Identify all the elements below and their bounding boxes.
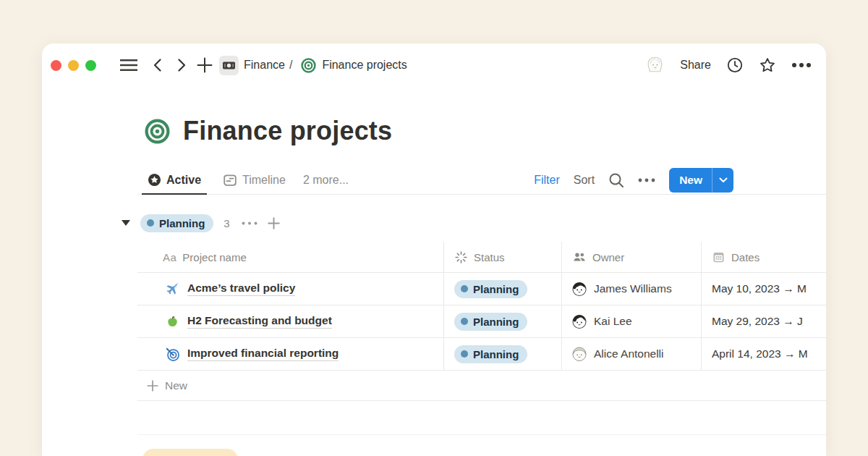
breadcrumb-workspace-icon-wrap[interactable] xyxy=(219,56,239,75)
avatar-kai-lee xyxy=(571,313,587,329)
tab-active[interactable]: Active xyxy=(142,166,207,195)
status-label: Planning xyxy=(473,316,519,328)
target-icon[interactable] xyxy=(145,119,170,144)
back-button[interactable] xyxy=(152,58,163,72)
target-dart-icon xyxy=(165,347,180,362)
search-button[interactable] xyxy=(608,172,624,188)
breadcrumb-workspace[interactable]: Finance xyxy=(244,59,285,72)
owner-name: James Williams xyxy=(594,282,672,295)
status-pill: Planning xyxy=(454,345,527,363)
target-icon xyxy=(301,58,316,73)
chevron-down-icon xyxy=(719,177,728,183)
avatar-james-williams xyxy=(571,281,587,297)
minimize-window-button[interactable] xyxy=(68,60,79,71)
zoom-window-button[interactable] xyxy=(85,60,96,71)
column-label: Project name xyxy=(182,251,246,263)
new-page-button[interactable] xyxy=(197,57,213,73)
group-options-button[interactable] xyxy=(242,221,258,225)
sort-button[interactable]: Sort xyxy=(574,174,595,187)
owner-cell[interactable]: Kai Lee xyxy=(562,305,702,337)
tab-more-views[interactable]: 2 more... xyxy=(297,166,354,195)
sidebar-menu-button[interactable] xyxy=(119,59,138,72)
column-header-owner[interactable]: Owner xyxy=(562,242,702,272)
ellipsis-icon xyxy=(638,178,655,182)
status-burst-icon xyxy=(454,250,468,264)
breadcrumb-page-icon-wrap[interactable] xyxy=(301,58,316,73)
dates-cell[interactable]: May 29, 2023 → J xyxy=(702,305,826,337)
timeline-icon xyxy=(223,173,237,187)
status-pill: Planning xyxy=(454,313,527,331)
ellipsis-icon xyxy=(791,62,812,68)
updates-button[interactable] xyxy=(726,56,744,74)
chevron-right-icon xyxy=(176,58,187,72)
column-label: Dates xyxy=(731,251,760,263)
table-header-row: Aa Project name Status xyxy=(137,242,826,273)
column-header-dates[interactable]: Dates xyxy=(702,242,826,272)
user-avatar[interactable] xyxy=(645,56,665,75)
share-button[interactable]: Share xyxy=(680,59,711,72)
new-button-group: New xyxy=(669,168,733,193)
project-name[interactable]: H2 Forecasting and budget xyxy=(187,314,332,329)
project-name-cell[interactable]: Improved financial reporting xyxy=(137,338,444,370)
add-row-button[interactable]: New xyxy=(137,371,826,401)
table-row: Acme’s travel policy Planning James Will… xyxy=(137,273,826,305)
status-dot xyxy=(461,318,468,325)
dates-value: April 14, 2023 → M xyxy=(712,347,808,360)
project-name[interactable]: Improved financial reporting xyxy=(187,347,339,361)
view-toolbar: Filter Sort New xyxy=(534,168,733,193)
column-header-status[interactable]: Status xyxy=(444,242,562,272)
status-label: Planning xyxy=(473,283,519,295)
table-row: H2 Forecasting and budget Planning Kai L… xyxy=(137,305,826,338)
ellipsis-icon xyxy=(242,221,258,225)
breadcrumb-separator: / xyxy=(289,59,292,72)
view-tabs-bar: Active Timeline 2 more... Filter Sort xyxy=(137,166,826,195)
next-group-pill-partial[interactable] xyxy=(142,449,238,456)
plus-icon xyxy=(268,217,280,229)
dates-cell[interactable]: April 14, 2023 → M xyxy=(702,338,826,370)
column-label: Status xyxy=(474,251,505,263)
text-icon: Aa xyxy=(163,251,176,263)
notion-window: Finance / Finance projects Share xyxy=(42,43,826,456)
favorite-button[interactable] xyxy=(759,56,776,74)
add-row-label: New xyxy=(165,379,187,392)
tab-timeline[interactable]: Timeline xyxy=(217,166,292,195)
project-name-cell[interactable]: H2 Forecasting and budget xyxy=(137,305,444,337)
status-cell[interactable]: Planning xyxy=(444,273,562,305)
banknote-icon xyxy=(219,56,239,75)
dates-cell[interactable]: May 10, 2023 → M xyxy=(702,273,826,305)
project-name[interactable]: Acme’s travel policy xyxy=(187,282,295,296)
owner-cell[interactable]: Alice Antonelli xyxy=(562,338,702,370)
status-dot xyxy=(461,285,468,292)
forward-button[interactable] xyxy=(176,58,187,72)
calendar-icon xyxy=(712,250,726,264)
status-pill: Planning xyxy=(454,280,527,298)
close-window-button[interactable] xyxy=(51,60,61,71)
breadcrumb-page[interactable]: Finance projects xyxy=(322,59,407,72)
new-dropdown-button[interactable] xyxy=(712,177,733,183)
window-controls xyxy=(51,60,96,71)
group-status-pill[interactable]: Planning xyxy=(140,214,213,232)
status-cell[interactable]: Planning xyxy=(444,338,562,370)
filter-button[interactable]: Filter xyxy=(534,174,560,187)
collapse-group-toggle[interactable] xyxy=(122,220,130,226)
dates-value: May 29, 2023 → J xyxy=(712,315,803,328)
group-add-button[interactable] xyxy=(268,217,280,229)
clock-icon xyxy=(726,56,744,74)
status-cell[interactable]: Planning xyxy=(444,305,562,337)
owner-cell[interactable]: James Williams xyxy=(562,273,702,305)
column-header-project-name[interactable]: Aa Project name xyxy=(137,242,444,272)
dates-value: May 10, 2023 → M xyxy=(712,282,807,295)
section-divider xyxy=(137,434,826,435)
owner-name: Alice Antonelli xyxy=(594,347,664,360)
new-button[interactable]: New xyxy=(669,174,712,187)
people-icon xyxy=(572,250,587,264)
hamburger-icon xyxy=(119,59,138,72)
star-icon xyxy=(759,56,776,74)
view-options-button[interactable] xyxy=(638,178,655,182)
tab-label: Active xyxy=(166,174,201,187)
project-name-cell[interactable]: Acme’s travel policy xyxy=(137,273,444,305)
column-label: Owner xyxy=(592,251,624,263)
more-options-button[interactable] xyxy=(791,62,812,68)
plus-icon xyxy=(197,57,213,73)
page-header: Finance projects xyxy=(145,116,826,146)
